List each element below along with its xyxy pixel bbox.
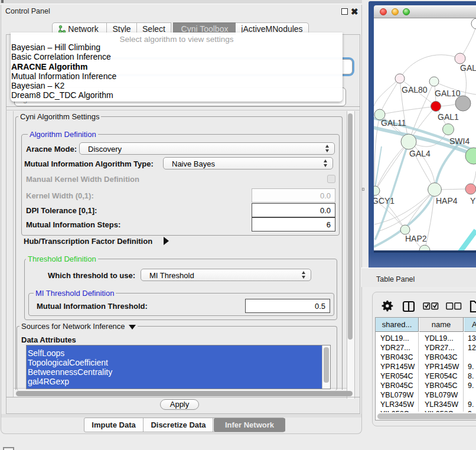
svg-text:SWI4: SWI4 — [449, 136, 470, 146]
svg-text:GAL11: GAL11 — [381, 118, 406, 128]
svg-text:Y: Y — [470, 196, 476, 206]
svg-text:HAP2: HAP2 — [405, 234, 427, 243]
svg-text:GAL7: GAL7 — [460, 63, 476, 73]
svg-text:GAL4: GAL4 — [409, 149, 431, 158]
svg-text:GCY1: GCY1 — [374, 196, 395, 206]
svg-text:HAP4: HAP4 — [436, 196, 458, 206]
svg-text:GAL80: GAL80 — [402, 85, 428, 94]
svg-text:GAL1: GAL1 — [438, 112, 459, 122]
svg-text:GAL10: GAL10 — [435, 89, 461, 98]
